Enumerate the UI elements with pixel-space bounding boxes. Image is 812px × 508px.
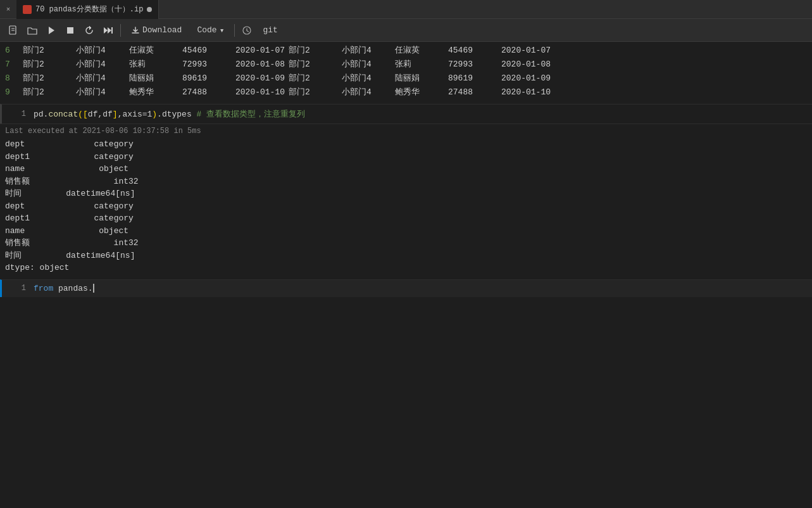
cell-dept: 部门2 (23, 86, 73, 98)
svg-rect-4 (67, 27, 73, 34)
tab-title: 70 pandas分类数据（十）.ip (35, 4, 143, 15)
open-folder-icon (27, 25, 37, 35)
cell-sales: 45469 (182, 46, 233, 55)
output-line-5: 时间 datetime64[ns] (5, 187, 807, 200)
cell-sales-2: 27488 (448, 87, 499, 97)
code-func: concat (48, 110, 78, 119)
cell-date: 2020-01-08 (235, 60, 286, 69)
run-icon (46, 25, 56, 35)
output-line-4: 销售额 int32 (5, 175, 807, 188)
cell-date-2: 2020-01-10 (501, 87, 552, 97)
open-folder-button[interactable] (24, 22, 41, 39)
close-tab-button[interactable]: × (3, 4, 14, 15)
svg-rect-7 (111, 27, 113, 34)
cell-name-2: 张莉 (395, 58, 446, 70)
new-file-icon (8, 25, 18, 35)
cell-dept: 部门2 (23, 72, 73, 84)
code-arg1: df,df (88, 110, 113, 119)
clock-icon (242, 26, 251, 35)
output-line-10: 时间 datetime64[ns] (5, 250, 807, 262)
code-label: Code (197, 25, 216, 35)
cell-date: 2020-01-10 (235, 87, 286, 97)
fast-forward-icon (103, 25, 113, 35)
cell-sales: 89619 (182, 73, 233, 83)
cell-dept1: 小部门4 (76, 44, 127, 56)
cell-dept1-2: 小部门4 (342, 72, 392, 84)
code-bracket-open: ( (78, 110, 83, 119)
svg-marker-5 (104, 27, 108, 34)
cell-dept1: 小部门4 (76, 72, 127, 84)
row-number: 7 (5, 60, 18, 69)
cell-name: 任淑英 (129, 44, 180, 56)
code-kwarg: ,axis=1 (118, 110, 153, 119)
cell-date-2: 2020-01-07 (501, 46, 552, 55)
cell-dept1: 小部门4 (76, 86, 127, 98)
last-executed-text: Last executed at 2021-08-06 10:37:58 in … (5, 127, 807, 136)
active-code-cell[interactable]: 1 from pandas. (0, 279, 812, 297)
cell-date: 2020-01-09 (235, 73, 286, 83)
table-row: 6 部门2 小部门4 任淑英 45469 2020-01-07 部门2 小部门4… (0, 43, 812, 57)
cell-sales: 72993 (182, 60, 233, 69)
download-label: Download (142, 25, 182, 35)
output-line-3: name object (5, 163, 807, 175)
code-content-1[interactable]: pd.concat([df,df],axis=1).dtypes # 查看数据类… (34, 108, 305, 120)
active-code-content[interactable]: from pandas. (34, 284, 94, 293)
cell-name: 陆丽娟 (129, 72, 180, 84)
output-line-6: dept category (5, 200, 807, 213)
restart-button[interactable] (81, 22, 97, 39)
svg-marker-6 (108, 27, 111, 34)
stop-icon (65, 25, 75, 35)
cell-sales-2: 89619 (448, 73, 499, 83)
stop-button[interactable] (62, 22, 78, 39)
time-display (239, 23, 255, 37)
tab-bar: × 70 pandas分类数据（十）.ip (0, 0, 812, 19)
table-row: 8 部门2 小部门4 陆丽娟 89619 2020-01-09 部门2 小部门4… (0, 71, 812, 85)
cell-name: 张莉 (129, 58, 180, 70)
download-button[interactable]: Download (125, 23, 188, 37)
cell-dept: 部门2 (23, 58, 73, 70)
cell-name: 鲍秀华 (129, 86, 180, 98)
download-icon (131, 26, 140, 35)
cell-date-2: 2020-01-08 (501, 60, 552, 69)
code-from-keyword: from (34, 284, 58, 293)
line-number-2: 1 (7, 284, 26, 293)
cell-date-2: 2020-01-09 (501, 73, 552, 83)
cell-sales-2: 45469 (448, 46, 499, 55)
run-button[interactable] (43, 22, 59, 39)
code-list-close: ] (113, 110, 118, 119)
cell-name-2: 任淑英 (395, 44, 446, 56)
code-bracket-close: ) (152, 110, 157, 119)
chevron-down-icon: ▾ (220, 25, 225, 35)
code-module: pandas. (58, 284, 93, 293)
code-attr: .dtypes (157, 110, 196, 119)
git-button[interactable]: git (258, 23, 282, 37)
fast-forward-button[interactable] (100, 22, 116, 39)
code-cell-1[interactable]: 1 pd.concat([df,df],axis=1).dtypes # 查看数… (0, 104, 812, 124)
code-obj: pd. (34, 110, 48, 119)
toolbar: Download Code ▾ git (0, 19, 812, 42)
cell-name-2: 鲍秀华 (395, 86, 446, 98)
line-number-1: 1 (7, 110, 26, 118)
notebook-tab[interactable]: 70 pandas分类数据（十）.ip (16, 0, 159, 19)
restart-icon (84, 25, 94, 35)
text-cursor (93, 284, 94, 293)
new-file-button[interactable] (5, 22, 22, 39)
cell-dept-2: 部门2 (289, 72, 339, 84)
cell-date: 2020-01-07 (235, 46, 286, 55)
data-table: 6 部门2 小部门4 任淑英 45469 2020-01-07 部门2 小部门4… (0, 42, 812, 100)
cell-dept1-2: 小部门4 (342, 86, 392, 98)
code-selector[interactable]: Code ▾ (191, 23, 230, 38)
toolbar-sep-2 (234, 24, 235, 37)
cell-sales: 27488 (182, 87, 233, 97)
notebook-icon (23, 5, 32, 14)
tab-modified-dot (147, 7, 152, 12)
row-number: 8 (5, 73, 18, 83)
table-row: 9 部门2 小部门4 鲍秀华 27488 2020-01-10 部门2 小部门4… (0, 85, 812, 99)
cell-dept1-2: 小部门4 (342, 58, 392, 70)
table-row: 7 部门2 小部门4 张莉 72993 2020-01-08 部门2 小部门4 … (0, 57, 812, 71)
cell-name-2: 陆丽娟 (395, 72, 446, 84)
svg-marker-3 (49, 27, 54, 34)
cell-dept1-2: 小部门4 (342, 44, 392, 56)
output-line-8: name object (5, 225, 807, 238)
row-number: 9 (5, 87, 18, 97)
